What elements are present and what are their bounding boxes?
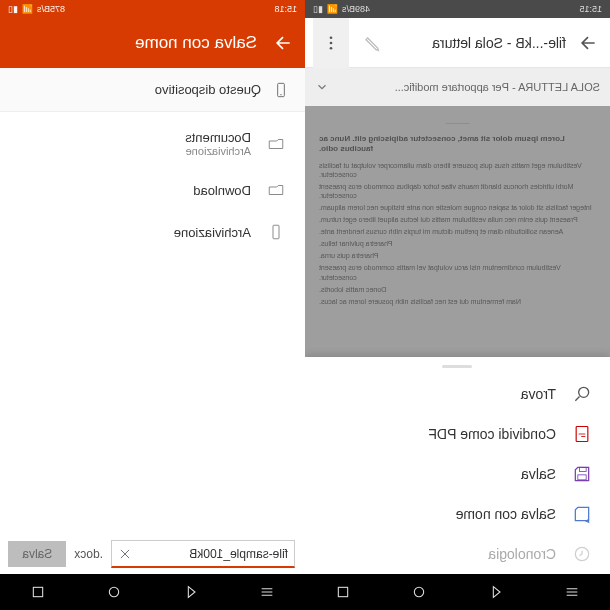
chevron-down-icon xyxy=(315,80,329,94)
document-header: file-...kB - Sola lettura xyxy=(305,18,610,68)
sheet-share-pdf-label: Condividi come PDF xyxy=(428,426,556,442)
device-row[interactable]: Questo dispositivo xyxy=(0,68,305,112)
nav-back-icon[interactable] xyxy=(488,584,504,600)
battery-icon: ▮▯ xyxy=(8,4,18,14)
overflow-menu-icon[interactable] xyxy=(313,18,349,68)
svg-rect-14 xyxy=(33,587,42,596)
sheet-save-label: Salva xyxy=(521,466,556,482)
search-icon xyxy=(572,384,592,404)
nav-menu-icon[interactable] xyxy=(564,584,580,600)
svg-point-0 xyxy=(330,36,333,39)
pdf-icon xyxy=(572,424,592,444)
device-label: Questo dispositivo xyxy=(155,82,261,97)
readonly-banner[interactable]: SOLA LETTURA - Per apportare modific... xyxy=(305,68,610,106)
save-button[interactable]: Salva xyxy=(8,541,66,567)
sheet-save-as-label: Salva con nome xyxy=(456,506,556,522)
document-title: file-...kB - Sola lettura xyxy=(393,35,566,51)
sheet-find[interactable]: Trova xyxy=(305,374,610,414)
svg-rect-5 xyxy=(580,467,587,471)
phone-storage-icon xyxy=(265,223,287,241)
wifi-icon: 📶 xyxy=(22,4,33,14)
sheet-share-pdf[interactable]: Condividi come PDF xyxy=(305,414,610,454)
sheet-save[interactable]: Salva xyxy=(305,454,610,494)
folder-name: Archiviazione xyxy=(174,225,251,240)
svg-point-1 xyxy=(330,41,333,44)
svg-point-3 xyxy=(579,387,589,397)
save-as-header: Salva con nome xyxy=(0,18,305,68)
file-extension: .docx xyxy=(74,547,103,561)
folder-list: Documents Archiviazione Download Archivi… xyxy=(0,112,305,259)
back-arrow-icon[interactable] xyxy=(273,33,293,53)
sheet-find-label: Trova xyxy=(521,386,556,402)
sheet-save-as[interactable]: Salva con nome xyxy=(305,494,610,534)
status-net: 489B/s xyxy=(342,4,370,14)
svg-point-13 xyxy=(110,587,119,596)
svg-rect-10 xyxy=(273,225,279,239)
bottom-sheet: Trova Condividi come PDF Salva Salva con… xyxy=(305,357,610,574)
svg-point-9 xyxy=(280,94,281,95)
filename-field[interactable] xyxy=(111,540,295,568)
folder-name: Download xyxy=(193,183,251,198)
sheet-handle[interactable] xyxy=(443,365,473,368)
sheet-history[interactable]: Cronologia xyxy=(305,534,610,574)
clear-icon[interactable] xyxy=(118,547,132,561)
banner-text: SOLA LETTURA - Per apportare modific... xyxy=(337,81,600,93)
save-as-icon xyxy=(572,504,592,524)
back-arrow-icon[interactable] xyxy=(574,18,602,68)
floppy-icon xyxy=(572,464,592,484)
svg-point-2 xyxy=(330,46,333,49)
folder-icon xyxy=(265,181,287,199)
folder-download[interactable]: Download xyxy=(16,171,289,209)
filename-input[interactable] xyxy=(138,547,288,561)
folder-name: Documents xyxy=(185,130,251,145)
header-title: Salva con nome xyxy=(12,33,257,53)
svg-point-11 xyxy=(415,587,424,596)
wifi-icon: 📶 xyxy=(327,4,338,14)
nav-menu-icon[interactable] xyxy=(259,584,275,600)
filename-bar: .docx Salva xyxy=(0,534,305,574)
nav-home-icon[interactable] xyxy=(106,584,122,600)
sheet-history-label: Cronologia xyxy=(488,546,556,562)
folder-sub: Archiviazione xyxy=(185,145,251,157)
status-bar-left: 15:18 875B/s 📶 ▮▯ xyxy=(0,0,305,18)
nav-recent-icon[interactable] xyxy=(30,584,46,600)
folder-storage[interactable]: Archiviazione xyxy=(16,213,289,251)
nav-home-icon[interactable] xyxy=(411,584,427,600)
status-time: 15:18 xyxy=(274,4,297,14)
folder-icon xyxy=(265,135,287,153)
pencil-icon[interactable] xyxy=(357,18,385,68)
battery-icon: ▮▯ xyxy=(313,4,323,14)
status-net: 875B/s xyxy=(37,4,65,14)
svg-rect-12 xyxy=(338,587,347,596)
nav-back-icon[interactable] xyxy=(183,584,199,600)
status-time: 15:15 xyxy=(579,4,602,14)
phone-icon xyxy=(273,80,289,100)
history-icon xyxy=(572,544,592,564)
folder-documents[interactable]: Documents Archiviazione xyxy=(16,120,289,167)
status-bar-right: 15:15 489B/s 📶 ▮▯ xyxy=(305,0,610,18)
android-nav-bar xyxy=(0,574,610,610)
nav-recent-icon[interactable] xyxy=(335,584,351,600)
svg-rect-6 xyxy=(578,475,586,480)
